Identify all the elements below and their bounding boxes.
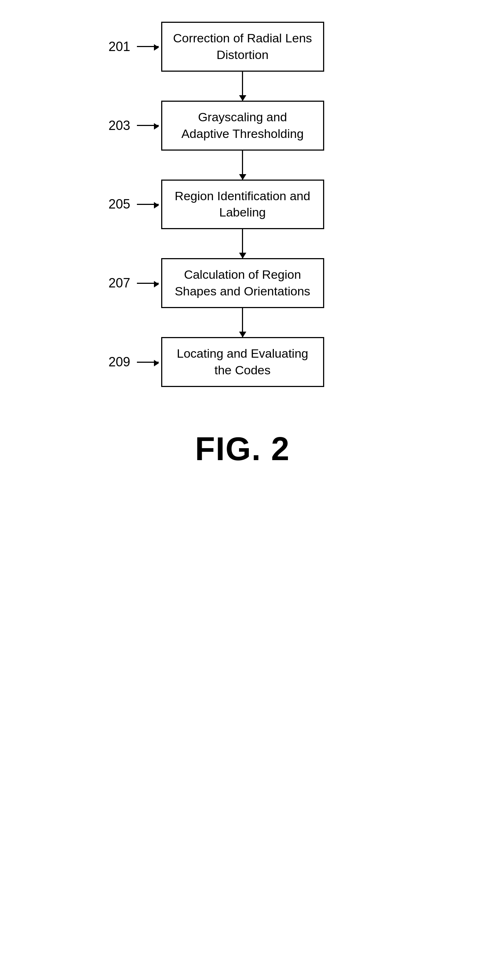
step-row-207: 207 Calculation of Region Shapes and Ori… <box>98 258 388 308</box>
step-label-203: 203 <box>108 118 159 133</box>
step-box-209: Locating and Evaluating the Codes <box>161 337 324 387</box>
step-row-203: 203 Grayscaling and Adaptive Thresholdin… <box>98 101 388 151</box>
connector-line-1 <box>242 72 243 101</box>
figure-caption: FIG. 2 <box>195 430 290 468</box>
connector-line-2 <box>242 151 243 180</box>
connector-1 <box>98 72 388 101</box>
step-box-207: Calculation of Region Shapes and Orienta… <box>161 258 324 308</box>
step-label-205: 205 <box>108 197 159 212</box>
arrow-205 <box>137 204 159 205</box>
step-number-203: 203 <box>108 118 131 133</box>
arrow-207 <box>137 283 159 284</box>
arrow-209 <box>137 362 159 363</box>
connector-line-4 <box>242 308 243 337</box>
step-label-207: 207 <box>108 275 159 291</box>
arrow-203 <box>137 125 159 126</box>
diagram-container: 201 Correction of Radial Lens Distortion… <box>0 0 485 980</box>
step-number-209: 209 <box>108 355 131 370</box>
connector-2 <box>98 151 388 180</box>
step-row-209: 209 Locating and Evaluating the Codes <box>98 337 388 387</box>
step-label-201: 201 <box>108 39 159 54</box>
step-row-201: 201 Correction of Radial Lens Distortion <box>98 22 388 72</box>
arrow-201 <box>137 46 159 47</box>
flow-wrapper: 201 Correction of Radial Lens Distortion… <box>0 22 485 387</box>
step-number-205: 205 <box>108 197 131 212</box>
connector-4 <box>98 308 388 337</box>
connector-3 <box>98 229 388 258</box>
step-row-205: 205 Region Identification and Labeling <box>98 180 388 229</box>
connector-line-3 <box>242 229 243 258</box>
step-number-201: 201 <box>108 39 131 54</box>
step-box-203: Grayscaling and Adaptive Thresholding <box>161 101 324 151</box>
step-box-201: Correction of Radial Lens Distortion <box>161 22 324 72</box>
step-label-209: 209 <box>108 355 159 370</box>
step-box-205: Region Identification and Labeling <box>161 180 324 229</box>
step-number-207: 207 <box>108 275 131 291</box>
